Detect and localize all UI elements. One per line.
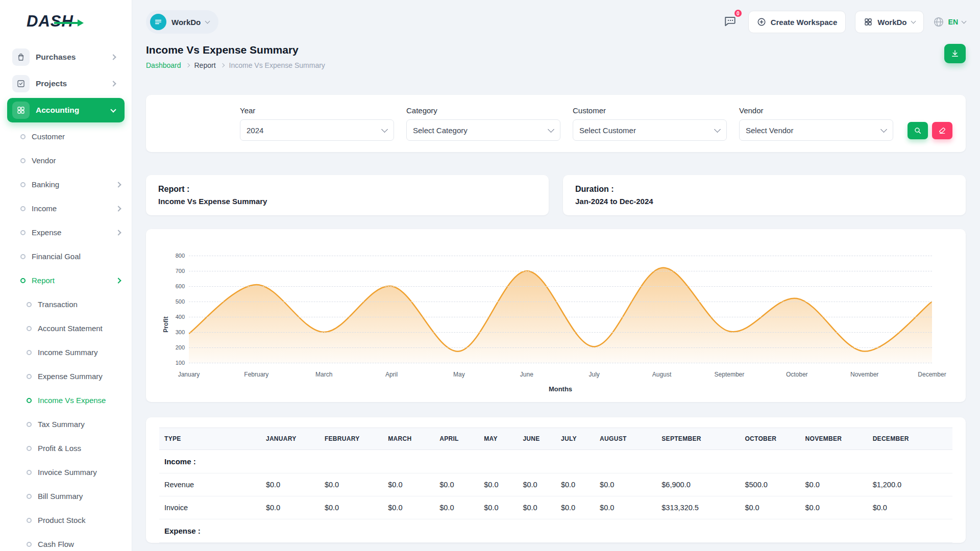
filter-field-category: CategorySelect Category [406, 106, 560, 141]
sidebar-item-income-vs-expense[interactable]: Income Vs Expense [7, 388, 125, 412]
gridline [189, 332, 932, 333]
sidebar-item-income[interactable]: Income [7, 196, 125, 220]
row-label: Invoice [159, 496, 261, 519]
duration-card-title: Duration : [575, 185, 953, 194]
messages-button[interactable]: 0 [722, 12, 739, 32]
cell-value: $0.0 [556, 496, 595, 519]
filter-row: Year2024CategorySelect CategoryCustomerS… [159, 106, 908, 141]
sidebar-item-label: Invoice Summary [38, 468, 97, 477]
sidebar-item-cash-flow[interactable]: Cash Flow [7, 532, 125, 551]
sidebar-item-purchases[interactable]: Purchases [7, 45, 125, 69]
sidebar-item-tax-summary[interactable]: Tax Summary [7, 412, 125, 436]
report-card-title: Report : [158, 185, 536, 194]
circle-icon [27, 494, 32, 499]
year-select[interactable]: 2024 [240, 119, 394, 141]
page-title: Income Vs Expense Summary [146, 44, 325, 56]
circle-icon [27, 470, 32, 475]
summary-cards: Report : Income Vs Expense Summary Durat… [146, 175, 966, 215]
cell-value: $0.0 [868, 496, 952, 519]
language-selector[interactable]: EN [933, 16, 966, 28]
row-label: Expense : [159, 519, 952, 543]
chevron-right-icon [115, 206, 121, 211]
content-column: WorkDo 0 Create Workspace WorkDo [132, 0, 980, 551]
sidebar-item-projects[interactable]: Projects [7, 71, 125, 96]
sidebar-item-expense-summary[interactable]: Expense Summary [7, 364, 125, 388]
topbar: WorkDo 0 Create Workspace WorkDo [132, 0, 980, 37]
filter-card: Year2024CategorySelect CategoryCustomerS… [146, 95, 966, 152]
y-tick: 200 [176, 344, 185, 350]
y-tick: 600 [176, 283, 185, 289]
sidebar-item-product-stock[interactable]: Product Stock [7, 508, 125, 532]
x-tick-december: December [918, 371, 946, 378]
vendor-select[interactable]: Select Vendor [739, 119, 893, 141]
sidebar-item-label: Profit & Loss [38, 444, 81, 453]
cell-value: $0.0 [479, 473, 518, 496]
sidebar-item-accounting[interactable]: Accounting [7, 98, 125, 122]
cell-value: $0.0 [518, 496, 556, 519]
y-tick: 300 [176, 329, 185, 335]
workspace-name: WorkDo [172, 18, 201, 27]
cell-value: $313,320.5 [656, 496, 740, 519]
x-tick-june: June [520, 371, 533, 378]
sidebar-item-label: Vendor [32, 156, 56, 165]
duration-card-value: Jan-2024 to Dec-2024 [575, 197, 953, 206]
filter-label: Customer [573, 106, 727, 115]
cell-value: $0.0 [261, 496, 320, 519]
page: Income Vs Expense Summary DashboardRepor… [132, 37, 980, 551]
sidebar-item-financial-goal[interactable]: Financial Goal [7, 244, 125, 268]
x-tick-september: September [715, 371, 745, 378]
cell-value: $0.0 [595, 473, 656, 496]
customer-select[interactable]: Select Customer [573, 119, 727, 141]
filter-label: Year [240, 106, 394, 115]
gridline [189, 271, 932, 271]
workspace-menu-button[interactable]: WorkDo [855, 11, 923, 33]
reset-filter-button[interactable] [932, 122, 952, 139]
sidebar-item-report[interactable]: Report [7, 268, 125, 292]
projects-icon [12, 75, 30, 92]
apply-filter-button[interactable] [908, 122, 928, 139]
sidebar-item-transaction[interactable]: Transaction [7, 292, 125, 316]
row-label: Income : [159, 450, 952, 473]
app-logo[interactable]: DASH [7, 0, 125, 43]
search-icon [914, 127, 922, 135]
plot-column: JanuaryFebruaryMarchAprilMayJuneJulyAugu… [189, 256, 932, 393]
x-axis-label: Months [189, 385, 932, 393]
sidebar-item-customer[interactable]: Customer [7, 124, 125, 148]
topbar-actions: 0 Create Workspace WorkDo EN [722, 11, 966, 33]
sidebar-item-invoice-summary[interactable]: Invoice Summary [7, 460, 125, 484]
sidebar-item-income-summary[interactable]: Income Summary [7, 340, 125, 364]
circle-icon [20, 206, 26, 211]
vendor-select-wrap: Select Vendor [739, 119, 893, 141]
sidebar-item-account-statement[interactable]: Account Statement [7, 316, 125, 340]
breadcrumb-item-report[interactable]: Report [194, 61, 216, 69]
sidebar-item-banking[interactable]: Banking [7, 172, 125, 196]
y-tick: 500 [176, 298, 185, 305]
column-header-december: DECEMBER [868, 428, 952, 450]
create-workspace-button[interactable]: Create Workspace [748, 11, 846, 33]
accounting-icon [12, 102, 30, 119]
category-select[interactable]: Select Category [406, 119, 560, 141]
circle-icon [27, 350, 32, 355]
breadcrumb-item-dashboard[interactable]: Dashboard [146, 61, 181, 69]
filter-label: Category [406, 106, 560, 115]
sidebar-item-bill-summary[interactable]: Bill Summary [7, 484, 125, 508]
cell-value: $0.0 [518, 473, 556, 496]
sidebar-item-vendor[interactable]: Vendor [7, 148, 125, 172]
plus-circle-icon [757, 17, 766, 27]
y-tick: 700 [176, 268, 185, 274]
cell-value: $0.0 [434, 496, 479, 519]
chevron-right-icon [115, 278, 121, 283]
cell-value: $0.0 [556, 473, 595, 496]
x-tick-april: April [385, 371, 398, 378]
table-header-row: TYPEJANUARYFEBRUARYMARCHAPRILMAYJUNEJULY… [159, 428, 952, 450]
filter-field-customer: CustomerSelect Customer [573, 106, 727, 141]
column-header-february: FEBRUARY [320, 428, 383, 450]
area-chart-svg [189, 256, 932, 363]
gridline [189, 256, 932, 256]
sidebar-item-profit-loss[interactable]: Profit & Loss [7, 436, 125, 460]
cell-value: $0.0 [320, 496, 383, 519]
download-button[interactable] [944, 44, 966, 63]
cell-value: $0.0 [320, 473, 383, 496]
workspace-switcher[interactable]: WorkDo [146, 10, 218, 34]
sidebar-item-expense[interactable]: Expense [7, 220, 125, 244]
